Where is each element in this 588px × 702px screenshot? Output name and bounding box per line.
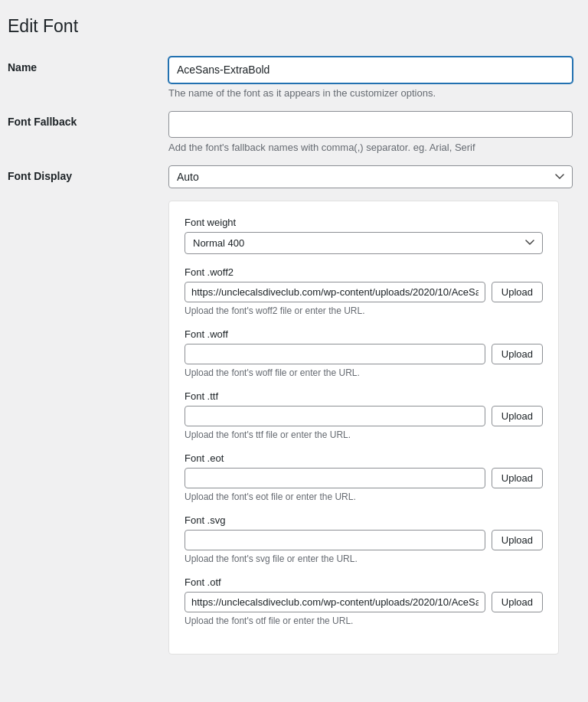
eot-description: Upload the font's eot file or enter the … <box>185 491 543 502</box>
fallback-field-row: Font Fallback Add the font's fallback na… <box>8 111 573 153</box>
display-select[interactable]: Auto Swap Block Fallback Optional <box>168 165 573 188</box>
ttf-upload-button[interactable]: Upload <box>492 406 543 426</box>
name-input[interactable] <box>168 57 573 83</box>
ttf-description: Upload the font's ttf file or enter the … <box>185 429 543 440</box>
otf-input[interactable] <box>185 592 485 612</box>
svg-row: Font .svg Upload Upload the font's svg f… <box>185 514 543 564</box>
fallback-description: Add the font's fallback names with comma… <box>168 142 573 153</box>
weight-row: Font weight Normal 400 Thin 100 Extra Li… <box>185 217 543 254</box>
ttf-label: Font .ttf <box>185 390 543 402</box>
name-description: The name of the font as it appears in th… <box>168 87 573 99</box>
eot-upload-button[interactable]: Upload <box>492 468 543 488</box>
woff-description: Upload the font's woff file or enter the… <box>185 367 543 378</box>
ttf-row: Font .ttf Upload Upload the font's ttf f… <box>185 390 543 440</box>
svg-description: Upload the font's svg file or enter the … <box>185 553 543 564</box>
woff2-upload-button[interactable]: Upload <box>492 282 543 302</box>
svg-input[interactable] <box>185 530 485 550</box>
fallback-label: Font Fallback <box>8 111 168 128</box>
display-field-row: Font Display Auto Swap Block Fallback Op… <box>8 165 573 188</box>
otf-row: Font .otf Upload Upload the font's otf f… <box>185 576 543 626</box>
woff2-input-row: Upload <box>185 282 543 302</box>
woff-input-row: Upload <box>185 344 543 364</box>
ttf-input[interactable] <box>185 406 485 426</box>
woff-row: Font .woff Upload Upload the font's woff… <box>185 328 543 378</box>
woff-input[interactable] <box>185 344 485 364</box>
fallback-input[interactable] <box>168 111 573 138</box>
ttf-input-row: Upload <box>185 406 543 426</box>
eot-input-row: Upload <box>185 468 543 488</box>
svg-upload-button[interactable]: Upload <box>492 530 543 550</box>
otf-description: Upload the font's otf file or enter the … <box>185 615 543 626</box>
woff2-label: Font .woff2 <box>185 266 543 278</box>
name-field-row: Name The name of the font as it appears … <box>8 57 573 99</box>
eot-row: Font .eot Upload Upload the font's eot f… <box>185 452 543 502</box>
otf-label: Font .otf <box>185 576 543 588</box>
weight-label: Font weight <box>185 217 543 228</box>
svg-input-row: Upload <box>185 530 543 550</box>
font-variants-section: Font weight Normal 400 Thin 100 Extra Li… <box>168 201 559 655</box>
fallback-field-container: Add the font's fallback names with comma… <box>168 111 573 153</box>
woff2-row: Font .woff2 Upload Upload the font's wof… <box>185 266 543 316</box>
page-title: Edit Font <box>8 15 573 38</box>
name-label: Name <box>8 57 168 73</box>
weight-select[interactable]: Normal 400 Thin 100 Extra Light 200 Ligh… <box>185 232 543 254</box>
eot-input[interactable] <box>185 468 485 488</box>
woff-label: Font .woff <box>185 328 543 340</box>
svg-label: Font .svg <box>185 514 543 526</box>
woff2-input[interactable] <box>185 282 485 302</box>
woff-upload-button[interactable]: Upload <box>492 344 543 364</box>
display-field-container: Auto Swap Block Fallback Optional <box>168 165 573 188</box>
eot-label: Font .eot <box>185 452 543 464</box>
woff2-description: Upload the font's woff2 file or enter th… <box>185 305 543 316</box>
name-field-container: The name of the font as it appears in th… <box>168 57 573 99</box>
otf-upload-button[interactable]: Upload <box>492 592 543 612</box>
otf-input-row: Upload <box>185 592 543 612</box>
display-label: Font Display <box>8 165 168 182</box>
